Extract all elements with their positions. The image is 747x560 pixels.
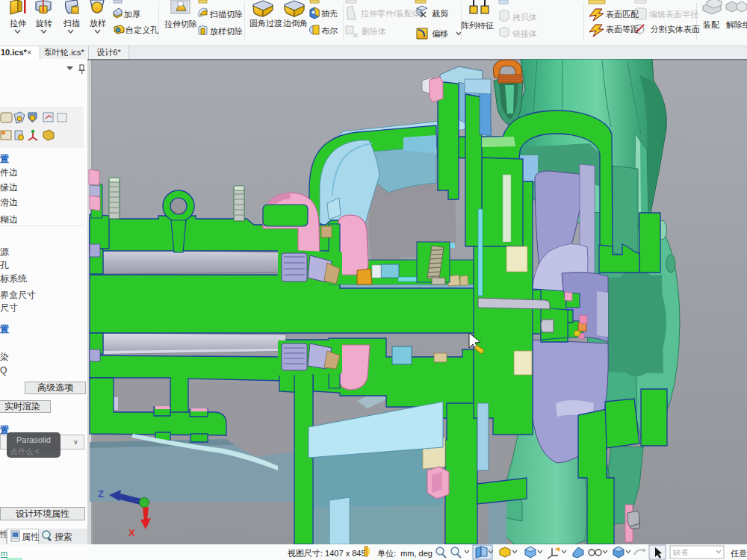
svg-text:缺省: 缺省 bbox=[672, 548, 689, 556]
svg-text:Z: Z bbox=[98, 488, 104, 500]
svg-text:X: X bbox=[128, 527, 135, 538]
